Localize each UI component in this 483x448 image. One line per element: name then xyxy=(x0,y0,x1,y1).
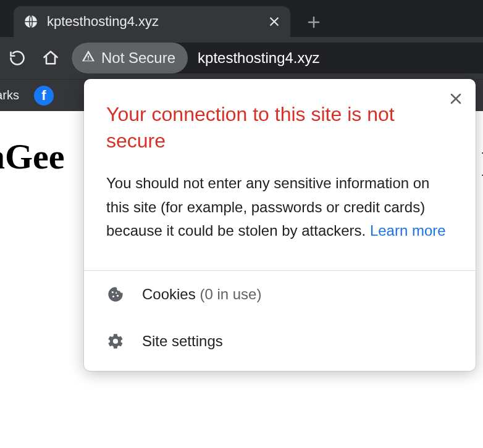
facebook-icon: f xyxy=(34,86,54,106)
bookmark-item[interactable]: narks xyxy=(0,88,19,102)
gear-icon xyxy=(106,333,125,350)
warning-icon xyxy=(82,49,95,67)
cookies-label: Cookies xyxy=(142,286,196,302)
globe-icon xyxy=(23,14,38,29)
cookies-count: (0 in use) xyxy=(200,286,261,302)
new-tab-button[interactable] xyxy=(300,9,327,36)
svg-point-2 xyxy=(112,291,114,293)
svg-point-3 xyxy=(112,296,114,297)
svg-point-4 xyxy=(117,294,119,296)
tab-strip: kptesthosting4.xyz xyxy=(0,0,483,37)
site-settings-label: Site settings xyxy=(142,333,223,350)
toolbar: Not Secure kptesthosting4.xyz xyxy=(0,37,483,79)
cookie-icon xyxy=(106,286,125,303)
site-settings-row[interactable]: Site settings xyxy=(84,318,476,371)
reload-button[interactable] xyxy=(5,46,30,70)
popup-title: Your connection to this site is not secu… xyxy=(106,101,453,154)
bookmark-label: narks xyxy=(0,88,19,102)
browser-tab[interactable]: kptesthosting4.xyz xyxy=(14,6,290,37)
popup-close-button[interactable] xyxy=(445,88,467,110)
learn-more-link[interactable]: Learn more xyxy=(370,222,446,239)
site-info-popup: Your connection to this site is not secu… xyxy=(84,79,476,371)
svg-point-5 xyxy=(116,292,117,293)
cookies-row[interactable]: Cookies (0 in use) xyxy=(84,271,476,318)
security-indicator[interactable]: Not Secure xyxy=(72,43,188,73)
popup-description: You should not enter any sensitive infor… xyxy=(106,172,453,243)
security-label: Not Secure xyxy=(101,49,175,67)
tab-title: kptesthosting4.xyz xyxy=(47,14,259,30)
bookmark-facebook[interactable]: f xyxy=(34,86,54,106)
home-button[interactable] xyxy=(38,46,63,70)
address-bar[interactable]: Not Secure kptesthosting4.xyz xyxy=(72,43,483,73)
close-tab-icon[interactable] xyxy=(268,15,280,28)
url-text: kptesthosting4.xyz xyxy=(188,49,319,67)
page-heading-fragment-left: enGee xyxy=(0,136,65,177)
